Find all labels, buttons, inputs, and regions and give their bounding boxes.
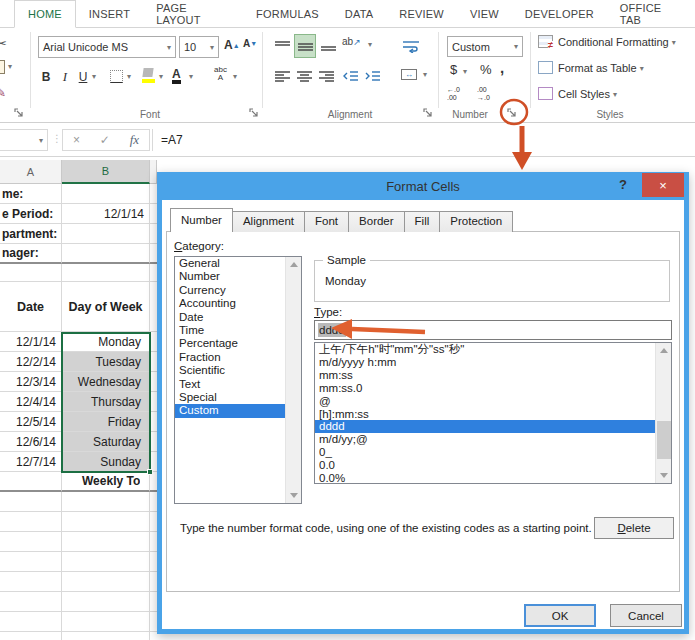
- category-item[interactable]: Special: [175, 391, 285, 404]
- format-code-item-dddd-selected[interactable]: dddd: [315, 420, 655, 433]
- paste-dropdown-icon[interactable]: ▾: [8, 62, 12, 71]
- borders-icon[interactable]: [110, 70, 123, 83]
- name-box[interactable]: ▾: [0, 129, 48, 151]
- tab-insert[interactable]: INSERT: [76, 0, 143, 27]
- tab-data[interactable]: DATA: [332, 0, 387, 27]
- number-format-combo[interactable]: Custom▾: [447, 36, 523, 57]
- format-code-item[interactable]: 0_: [315, 446, 655, 459]
- decrease-decimal-icon[interactable]: .00 →.0: [477, 86, 490, 102]
- accounting-dropdown-icon[interactable]: ▾: [463, 67, 467, 76]
- font-size-combo[interactable]: 10▾: [179, 36, 219, 58]
- format-code-item[interactable]: 0.0: [315, 459, 655, 472]
- align-bottom-icon[interactable]: [318, 36, 338, 56]
- bold-button[interactable]: B: [38, 68, 54, 86]
- enter-entry-icon[interactable]: ✓: [100, 133, 110, 147]
- insert-function-icon[interactable]: fx: [130, 132, 139, 148]
- dialog-tab-border[interactable]: Border: [348, 211, 405, 232]
- row-spacer[interactable]: [0, 264, 157, 282]
- category-item[interactable]: Accounting: [175, 297, 285, 310]
- ok-button[interactable]: OK: [524, 604, 596, 627]
- dialog-tab-number[interactable]: Number: [170, 208, 233, 232]
- font-name-combo[interactable]: Arial Unicode MS▾: [38, 36, 176, 58]
- clipboard-dialog-launcher-icon[interactable]: [13, 107, 26, 120]
- scroll-up-icon[interactable]: [290, 262, 298, 267]
- underline-dropdown-icon[interactable]: ▾: [92, 72, 96, 81]
- tab-review[interactable]: REVIEW: [386, 0, 457, 27]
- empty-row[interactable]: [0, 612, 157, 632]
- row-weekly-total[interactable]: Weekly To: [0, 472, 157, 492]
- format-painter-icon[interactable]: ✎: [0, 86, 6, 100]
- number-dialog-launcher-icon[interactable]: [506, 107, 519, 120]
- decrease-font-size-icon[interactable]: A▼: [243, 38, 257, 49]
- empty-row[interactable]: [0, 492, 157, 512]
- row-department[interactable]: partment:: [0, 224, 157, 244]
- underline-button[interactable]: U: [76, 68, 90, 86]
- dialog-tab-fill[interactable]: Fill: [404, 211, 441, 232]
- format-code-item[interactable]: @: [315, 395, 655, 408]
- category-item[interactable]: Text: [175, 378, 285, 391]
- format-as-table-button[interactable]: Format as Table ▾: [558, 62, 644, 74]
- column-header-b[interactable]: B: [62, 160, 150, 184]
- row-manager[interactable]: nager:: [0, 244, 157, 264]
- row-name[interactable]: me:: [0, 184, 157, 204]
- category-list[interactable]: General Number Currency Accounting Date …: [174, 256, 302, 504]
- phonetic-guide-icon[interactable]: abc A: [214, 66, 227, 82]
- category-item[interactable]: Scientific: [175, 364, 285, 377]
- tab-page-layout[interactable]: PAGE LAYOUT: [143, 0, 243, 27]
- row-saturday[interactable]: 12/6/14Saturday: [0, 432, 157, 452]
- conditional-formatting-button[interactable]: Conditional Formatting ▾: [558, 36, 676, 48]
- orientation-icon[interactable]: ab↗: [342, 36, 361, 47]
- format-code-item[interactable]: [h]:mm:ss: [315, 408, 655, 421]
- italic-button[interactable]: I: [58, 68, 72, 86]
- merge-center-icon[interactable]: ↔: [398, 64, 420, 84]
- phonetic-dropdown-icon[interactable]: ▾: [233, 72, 237, 81]
- align-left-icon[interactable]: [272, 66, 292, 86]
- wrap-text-icon[interactable]: [400, 36, 422, 56]
- fill-color-dropdown-icon[interactable]: ▾: [159, 72, 163, 81]
- format-code-item[interactable]: 上午/下午h"时"mm"分"ss"秒": [315, 343, 655, 356]
- cell-styles-button[interactable]: Cell Styles ▾: [558, 88, 617, 100]
- dialog-title-bar[interactable]: Format Cells: [157, 172, 689, 200]
- category-item[interactable]: General: [175, 257, 285, 270]
- tab-view[interactable]: VIEW: [457, 0, 512, 27]
- row-time-period[interactable]: e Period:12/1/14: [0, 204, 157, 224]
- type-input[interactable]: dddd: [314, 320, 672, 340]
- category-item[interactable]: Date: [175, 311, 285, 324]
- decrease-indent-icon[interactable]: [340, 66, 360, 86]
- merge-center-dropdown-icon[interactable]: ▾: [423, 70, 427, 79]
- format-code-item[interactable]: m/d/yyyy h:mm: [315, 356, 655, 369]
- accounting-format-icon[interactable]: $: [450, 62, 457, 77]
- category-scrollbar[interactable]: [285, 257, 301, 503]
- category-item[interactable]: Currency: [175, 284, 285, 297]
- tab-developer[interactable]: DEVELOPER: [512, 0, 607, 27]
- empty-row[interactable]: [0, 552, 157, 572]
- dialog-tab-font[interactable]: Font: [304, 211, 349, 232]
- orientation-dropdown-icon[interactable]: ▾: [368, 40, 372, 49]
- fill-color-icon[interactable]: [142, 68, 155, 83]
- dialog-tab-protection[interactable]: Protection: [439, 211, 513, 232]
- row-tuesday[interactable]: 12/2/14Tuesday: [0, 352, 157, 372]
- font-dialog-launcher-icon[interactable]: [248, 107, 261, 120]
- row-thursday[interactable]: 12/4/14Thursday: [0, 392, 157, 412]
- scrollbar-thumb[interactable]: [657, 421, 671, 459]
- row-friday[interactable]: 12/5/14Friday: [0, 412, 157, 432]
- cut-icon[interactable]: ✂: [0, 36, 7, 51]
- format-code-list[interactable]: 上午/下午h"时"mm"分"ss"秒" m/d/yyyy h:mm mm:ss …: [314, 342, 672, 484]
- dialog-help-button[interactable]: ?: [619, 177, 627, 192]
- align-center-icon[interactable]: [294, 66, 314, 86]
- increase-indent-icon[interactable]: [362, 66, 382, 86]
- increase-decimal-icon[interactable]: ←.0 .00: [447, 86, 460, 102]
- scroll-down-icon[interactable]: [660, 473, 668, 478]
- empty-row[interactable]: [0, 532, 157, 552]
- cancel-entry-icon[interactable]: ×: [73, 133, 80, 147]
- category-item[interactable]: Percentage: [175, 337, 285, 350]
- font-color-dropdown-icon[interactable]: ▾: [189, 72, 193, 81]
- dialog-close-button[interactable]: ×: [642, 173, 684, 197]
- format-code-item[interactable]: mm:ss.0: [315, 382, 655, 395]
- format-code-item[interactable]: mm:ss: [315, 369, 655, 382]
- scroll-down-icon[interactable]: [290, 493, 298, 498]
- tab-office-tab[interactable]: OFFICE TAB: [607, 0, 695, 27]
- tab-home[interactable]: HOME: [14, 0, 76, 28]
- category-item[interactable]: Fraction: [175, 351, 285, 364]
- row-table-header[interactable]: Date Day of Week: [0, 282, 157, 332]
